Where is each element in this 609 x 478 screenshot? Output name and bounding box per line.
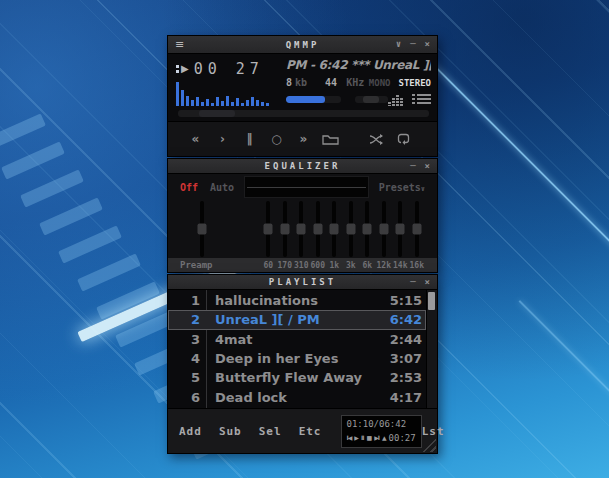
eq-band-slider-6k[interactable]: [359, 201, 376, 257]
eq-band-label-600: 600: [310, 261, 327, 270]
wallpaper-ladder-bar: [1, 142, 65, 180]
next-button[interactable]: »: [290, 132, 317, 146]
eq-band-slider-60[interactable]: [260, 201, 277, 257]
equalizer-minimize-button[interactable]: ─: [410, 162, 415, 171]
volume-fill: [286, 96, 325, 103]
eq-band-label-1k: 1k: [326, 261, 343, 270]
spectrum-visualization[interactable]: [176, 82, 282, 106]
eq-band-label-6k: 6k: [359, 261, 376, 270]
volume-slider[interactable]: [286, 96, 341, 103]
stop-button[interactable]: ○: [263, 132, 290, 146]
playlist-scrollbar[interactable]: [426, 290, 437, 408]
wallpaper-ladder-bar: [0, 114, 46, 152]
eq-band-slider-310[interactable]: [293, 201, 310, 257]
playlist-row[interactable]: 6Dead lock4:17: [168, 387, 426, 406]
mini-eject-icon[interactable]: ▲: [382, 434, 386, 441]
resize-grip[interactable]: [422, 438, 436, 452]
slider-handle[interactable]: [412, 224, 421, 235]
mini-stop-icon[interactable]: ■: [366, 434, 371, 441]
open-file-button[interactable]: [317, 134, 344, 145]
shade-button[interactable]: ∨: [396, 40, 401, 49]
add-button[interactable]: Add: [179, 425, 202, 438]
eq-off-button[interactable]: Off: [180, 182, 198, 193]
slider-handle[interactable]: [264, 224, 273, 235]
spectrum-bar: [256, 100, 259, 106]
slider-handle[interactable]: [346, 224, 355, 235]
playlist-row[interactable]: 4Deep in her Eyes3:07: [168, 349, 426, 368]
eq-band-slider-16k[interactable]: [409, 201, 426, 257]
wallpaper-ladder-bar: [20, 170, 84, 208]
eq-band-slider-3k[interactable]: [343, 201, 360, 257]
track-time: 4:17: [384, 390, 422, 405]
balance-slider[interactable]: [355, 96, 388, 103]
mini-pause-icon[interactable]: II: [361, 434, 363, 441]
eq-band-slider-1k[interactable]: [326, 201, 343, 257]
eq-band-slider-12k[interactable]: [376, 201, 393, 257]
spectrum-bar: [266, 103, 269, 106]
minimize-button[interactable]: ─: [410, 40, 415, 49]
playlist-row[interactable]: 1hallucinations5:15: [168, 291, 426, 310]
play-state-icon: ▶: [176, 64, 189, 74]
slider-handle[interactable]: [198, 224, 207, 235]
track-title-marquee[interactable]: PM - 6:42 *** UnreaL ][ /: [286, 58, 431, 77]
shuffle-button[interactable]: [363, 134, 390, 145]
equalizer-titlebar[interactable]: EQUALIZER ─ ×: [168, 159, 437, 174]
pause-button[interactable]: ‖: [236, 132, 263, 146]
slider-handle[interactable]: [313, 224, 322, 235]
playlist-close-button[interactable]: ×: [425, 278, 430, 287]
track-number: 3: [169, 332, 207, 347]
track-time: 6:42: [384, 312, 422, 327]
spectrum-bar: [241, 103, 244, 106]
eq-band-slider-600[interactable]: [310, 201, 327, 257]
seek-handle[interactable]: [199, 110, 235, 117]
eq-sliders: [168, 200, 437, 258]
sel-button[interactable]: Sel: [259, 425, 282, 438]
samplerate-unit: KHz: [346, 77, 364, 88]
slider-handle[interactable]: [330, 224, 339, 235]
slider-handle[interactable]: [396, 224, 405, 235]
play-button[interactable]: ›: [209, 132, 236, 146]
elapsed-time-display[interactable]: 00 27: [194, 60, 264, 78]
track-number: 2: [169, 312, 207, 327]
wallpaper-diagonal-line: [427, 58, 609, 363]
stereo-indicator: STEREO: [398, 78, 431, 88]
slider-handle[interactable]: [297, 224, 306, 235]
eq-band-label-310: 310: [293, 261, 310, 270]
eq-auto-button[interactable]: Auto: [210, 182, 234, 193]
balance-handle[interactable]: [363, 96, 379, 103]
eq-band-slider-14k[interactable]: [392, 201, 409, 257]
spectrum-bar: [181, 90, 184, 106]
lst-button[interactable]: Lst: [422, 425, 445, 438]
slider-handle[interactable]: [363, 224, 372, 235]
track-title: Butterfly Flew Away: [207, 370, 384, 385]
mini-play-icon[interactable]: ▶: [354, 434, 358, 441]
close-button[interactable]: ×: [425, 40, 430, 49]
desktop[interactable]: ≡ QMMP ∨ ─ × ▶ 00 2: [0, 0, 609, 478]
slider-handle[interactable]: [379, 224, 388, 235]
mini-prev-icon[interactable]: I◀: [347, 434, 352, 441]
slider-handle[interactable]: [280, 224, 289, 235]
mini-next-icon[interactable]: ▶I: [374, 434, 379, 441]
previous-button[interactable]: «: [182, 132, 209, 146]
sub-button[interactable]: Sub: [219, 425, 242, 438]
wallpaper-ladder-bar: [58, 226, 122, 264]
main-titlebar[interactable]: ≡ QMMP ∨ ─ ×: [168, 36, 437, 54]
etc-button[interactable]: Etc: [299, 425, 322, 438]
playlist-row[interactable]: 34mat2:44: [168, 330, 426, 349]
preamp-slider[interactable]: [180, 201, 224, 257]
equalizer-toggle-button[interactable]: [388, 93, 406, 106]
playlist-toggle-button[interactable]: [412, 93, 431, 106]
wallpaper-ladder-bar: [77, 254, 141, 292]
playlist-row[interactable]: 5Butterfly Flew Away2:53: [168, 368, 426, 387]
playlist-minimize-button[interactable]: ─: [410, 278, 415, 287]
equalizer-close-button[interactable]: ×: [425, 162, 430, 171]
repeat-button[interactable]: [390, 133, 417, 145]
eq-presets-button[interactable]: Presets∨: [379, 182, 425, 193]
seek-bar[interactable]: [176, 109, 431, 119]
spectrum-bar: [236, 98, 239, 106]
playlist-row[interactable]: 2UnreaL ][ / PM6:42: [168, 310, 426, 329]
main-menu-icon[interactable]: ≡: [175, 39, 184, 50]
scrollbar-thumb[interactable]: [428, 292, 435, 310]
playlist-titlebar[interactable]: PLAYLIST ─ ×: [168, 275, 437, 290]
eq-band-slider-170[interactable]: [277, 201, 294, 257]
